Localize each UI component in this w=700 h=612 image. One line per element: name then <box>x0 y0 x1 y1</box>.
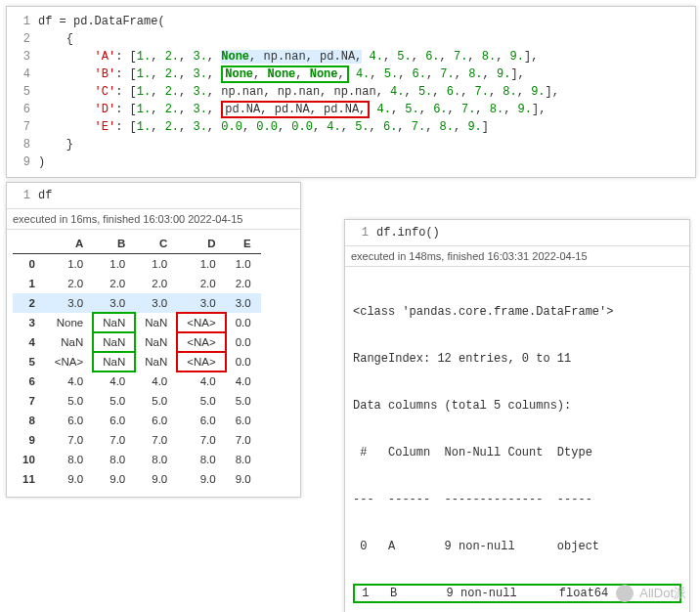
line-number: 1 <box>7 13 38 30</box>
table-row: 97.07.07.07.07.0 <box>13 430 261 450</box>
code-text: 'A': [1., 2., 3., None, np.nan, pd.NA, 4… <box>38 50 538 64</box>
table-row: 86.06.06.06.06.0 <box>13 411 261 430</box>
highlight-none-green: None, None, None, <box>221 66 348 83</box>
table-row: 64.04.04.04.04.0 <box>13 372 261 391</box>
watermark: AllDot派 <box>616 585 686 602</box>
line-number: 4 <box>7 66 38 83</box>
code-text: { <box>38 32 73 46</box>
code-text: 'B': [1., 2., 3., None, None, None, 4., … <box>38 66 525 83</box>
highlight-pdna-red: pd.NA, pd.NA, pd.NA, <box>221 101 370 118</box>
code-input[interactable]: df.info() <box>376 226 440 240</box>
table-row: 4NaNNaNNaN<NA>0.0 <box>13 332 261 352</box>
table-row: 5<NA>NaNNaN<NA>0.0 <box>13 352 261 372</box>
table-row: 119.09.09.09.09.0 <box>13 469 261 489</box>
line-number: 5 <box>7 83 38 101</box>
table-row: 3NoneNaNNaN<NA>0.0 <box>13 313 261 332</box>
exec-status: executed in 148ms, finished 16:03:31 202… <box>345 246 689 267</box>
line-number: 1 <box>345 224 376 241</box>
exec-status: executed in 16ms, finished 16:03:00 2022… <box>7 209 300 230</box>
table-row: 01.01.01.01.01.0 <box>13 254 261 275</box>
code-text: df = pd.DataFrame( <box>38 15 165 28</box>
code-text: } <box>38 138 73 152</box>
table-row: 12.02.02.02.02.0 <box>13 274 261 293</box>
output-cell-df: 1df executed in 16ms, finished 16:03:00 … <box>6 182 301 498</box>
line-number: 9 <box>7 153 38 171</box>
code-cell-construct-df[interactable]: 1df = pd.DataFrame( 2 { 3 'A': [1., 2., … <box>6 6 696 178</box>
code-text: ) <box>38 155 45 169</box>
code-text: 'E': [1., 2., 3., 0.0, 0.0, 0.0, 4., 5.,… <box>38 120 489 134</box>
info-output: <class 'pandas.core.frame.DataFrame'> Ra… <box>345 267 689 612</box>
line-number: 1 <box>7 187 38 204</box>
dataframe-table: ABCDE 01.01.01.01.01.012.02.02.02.02.023… <box>13 234 261 489</box>
table-row: 108.08.08.08.08.0 <box>13 450 261 469</box>
code-text: 'D': [1., 2., 3., pd.NA, pd.NA, pd.NA, 4… <box>38 101 546 118</box>
table-header: ABCDE <box>13 234 261 254</box>
line-number: 6 <box>7 101 38 118</box>
table-row: 23.03.03.03.03.0 <box>13 293 261 313</box>
line-number: 8 <box>7 136 38 153</box>
code-text: 'C': [1., 2., 3., np.nan, np.nan, np.nan… <box>38 85 559 99</box>
output-cell-dfinfo: 1df.info() executed in 148ms, finished 1… <box>344 219 690 612</box>
line-number: 3 <box>7 48 38 66</box>
table-row: 75.05.05.05.05.0 <box>13 391 261 411</box>
line-number: 2 <box>7 30 38 48</box>
line-number: 7 <box>7 118 38 136</box>
watermark-icon <box>616 585 634 602</box>
code-input[interactable]: df <box>38 189 52 202</box>
